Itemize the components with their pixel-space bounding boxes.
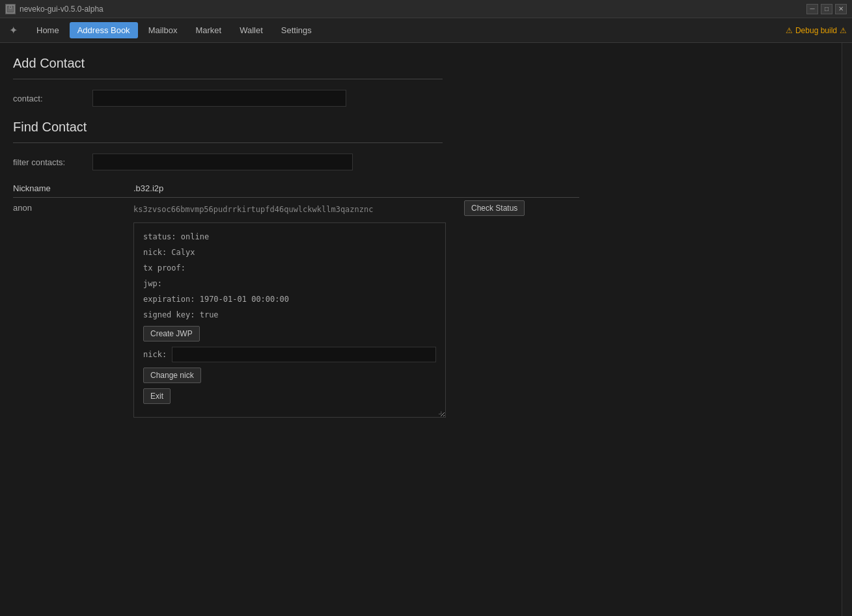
nav-settings[interactable]: Settings [273, 22, 320, 38]
debug-badge: ⚠ Debug build ⚠ [786, 26, 847, 35]
main-content: Add Contact contact: Find Contact filter… [0, 43, 852, 431]
titlebar: neveko-gui-v0.5.0-alpha ─ □ ✕ [0, 0, 852, 18]
col-nickname: Nickname [13, 183, 133, 193]
add-contact-title: Add Contact [13, 56, 839, 71]
col-address: .b32.i2p [133, 183, 459, 193]
nav-mailbox[interactable]: Mailbox [141, 22, 186, 38]
row-nickname: anon [13, 200, 133, 213]
create-jwp-row: Create JWP [143, 326, 436, 341]
status-expiration: expiration: 1970-01-01 00:00:00 [143, 293, 436, 305]
row-actions: ks3zvsoc66bmvmp56pudrrkirtupfd46quwlckwk… [133, 200, 525, 216]
nav-address-book[interactable]: Address Book [70, 22, 138, 38]
resize-handle: ⌟ [438, 405, 443, 416]
change-nick-row: Change nick [143, 368, 436, 383]
filter-form-row: filter contacts: [13, 154, 839, 170]
table-header: Nickname .b32.i2p [13, 183, 579, 198]
contact-label: contact: [13, 94, 85, 103]
navbar: ✦ Home Address Book Mailbox Market Walle… [0, 18, 852, 43]
add-contact-divider [13, 79, 443, 79]
close-button[interactable]: ✕ [835, 4, 847, 14]
app-logo: ✦ [5, 23, 21, 38]
contact-form-row: contact: [13, 90, 839, 107]
contact-input[interactable] [92, 90, 346, 107]
filter-label: filter contacts: [13, 157, 85, 167]
filter-input[interactable] [92, 154, 353, 170]
nav-market[interactable]: Market [187, 22, 229, 38]
maximize-button[interactable]: □ [821, 4, 832, 14]
status-panel: status: online nick: Calyx tx proof: jwp… [133, 222, 446, 418]
nav-wallet[interactable]: Wallet [232, 22, 271, 38]
right-scrollbar[interactable] [842, 43, 852, 616]
titlebar-title: neveko-gui-v0.5.0-alpha [20, 5, 103, 14]
exit-row: Exit [143, 388, 436, 404]
status-online: status: online [143, 231, 436, 243]
check-status-button[interactable]: Check Status [464, 200, 525, 216]
nick-field-row: nick: [143, 347, 436, 362]
table-row: anon ks3zvsoc66bmvmp56pudrrkirtupfd46quw… [13, 200, 579, 216]
app-icon [5, 4, 16, 14]
status-jwp: jwp: [143, 278, 436, 289]
nav-home[interactable]: Home [29, 22, 67, 38]
nick-field-label: nick: [143, 350, 167, 359]
debug-text: Debug build [795, 26, 837, 35]
row-address[interactable]: ks3zvsoc66bmvmp56pudrrkirtupfd46quwlckwk… [133, 202, 459, 214]
exit-button[interactable]: Exit [143, 388, 171, 404]
contact-table: Nickname .b32.i2p anon ks3zvsoc66bmvmp56… [13, 183, 579, 418]
create-jwp-button[interactable]: Create JWP [143, 326, 200, 341]
change-nick-button[interactable]: Change nick [143, 368, 201, 383]
find-contact-title: Find Contact [13, 120, 839, 135]
status-txproof: tx proof: [143, 262, 436, 274]
left-panel: Add Contact contact: Find Contact filter… [13, 56, 839, 418]
find-contact-divider [13, 142, 443, 143]
titlebar-controls: ─ □ ✕ [806, 4, 847, 14]
minimize-button[interactable]: ─ [806, 4, 818, 14]
status-nick: nick: Calyx [143, 247, 436, 258]
nick-input[interactable] [172, 347, 436, 362]
status-signed-key: signed key: true [143, 309, 436, 321]
